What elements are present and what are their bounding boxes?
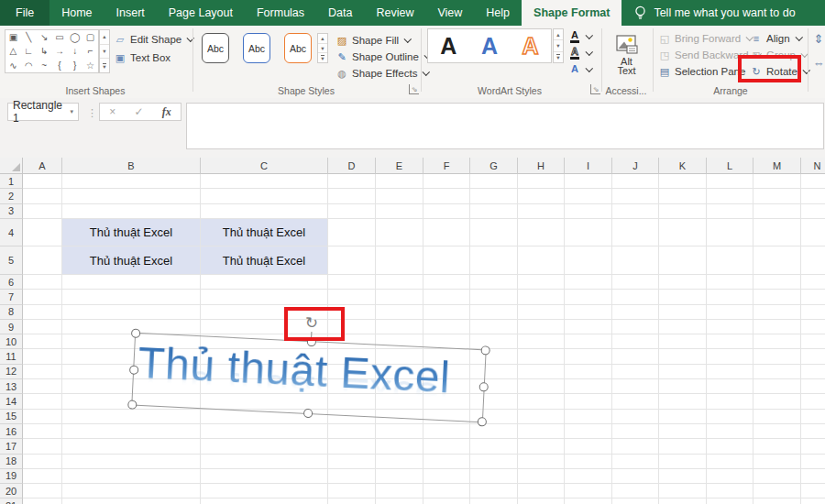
cell-K2[interactable] (659, 189, 707, 203)
menu-tab-help[interactable]: Help (474, 0, 522, 26)
cell-M20[interactable] (754, 484, 801, 499)
cell-E19[interactable] (376, 469, 424, 484)
cell-J11[interactable] (612, 349, 659, 364)
bring-forward-button[interactable]: ◱ Bring Forward (658, 31, 753, 46)
cell-D3[interactable] (328, 204, 376, 219)
cell-B4[interactable]: Thủ thuật Excel (62, 219, 201, 247)
cell-N15[interactable] (801, 410, 825, 424)
cell-C4[interactable]: Thủ thuật Excel (201, 219, 328, 247)
cell-M15[interactable] (754, 410, 801, 424)
cell-B5[interactable]: Thủ thuật Excel (62, 247, 201, 275)
cell-N2[interactable] (801, 189, 825, 203)
cell-G9[interactable] (470, 320, 518, 334)
shape-down-arrow-icon[interactable]: ↓ (67, 44, 82, 58)
cell-H17[interactable] (518, 439, 565, 454)
cell-L10[interactable] (707, 334, 754, 349)
cell-L12[interactable] (707, 365, 754, 379)
cell-N13[interactable] (801, 379, 825, 394)
cell-L16[interactable] (707, 424, 754, 439)
cell-K5[interactable] (659, 247, 707, 275)
cell-L13[interactable] (707, 379, 754, 394)
cell-C17[interactable] (201, 439, 328, 454)
cell-I7[interactable] (565, 290, 612, 304)
shape-left-brace-icon[interactable]: { (52, 59, 68, 72)
cell-C16[interactable] (201, 424, 328, 439)
cell-L6[interactable] (707, 275, 754, 290)
menu-tab-review[interactable]: Review (364, 0, 425, 26)
cell-B6[interactable] (62, 275, 201, 290)
cell-C19[interactable] (201, 469, 328, 484)
column-header-L[interactable]: L (707, 158, 754, 174)
wordart-styles-dialog-launcher-icon[interactable]: ⇘ (590, 84, 600, 94)
cell-B21[interactable] (62, 499, 201, 504)
select-all-corner[interactable] (0, 158, 23, 174)
shape-triangle-icon[interactable]: △ (6, 44, 21, 58)
shape-line-icon[interactable]: ╲ (21, 30, 37, 44)
cell-J4[interactable] (612, 219, 659, 247)
cell-I13[interactable] (565, 379, 612, 394)
row-header-9[interactable]: 9 (0, 320, 23, 334)
column-header-I[interactable]: I (565, 158, 612, 174)
cell-E6[interactable] (376, 275, 424, 290)
cell-A21[interactable] (23, 499, 62, 504)
cell-J13[interactable] (612, 379, 659, 394)
menu-tab-shape-format[interactable]: Shape Format (522, 0, 622, 26)
cell-F17[interactable] (424, 439, 470, 454)
cell-I9[interactable] (565, 320, 612, 334)
cell-N3[interactable] (801, 204, 825, 219)
cell-E18[interactable] (376, 455, 424, 469)
shape-style-thumb-3[interactable]: Abc (284, 33, 312, 63)
cell-E5[interactable] (376, 247, 424, 275)
cell-B19[interactable] (62, 469, 201, 484)
cell-E21[interactable] (376, 499, 424, 504)
cell-I17[interactable] (565, 439, 612, 454)
cell-L5[interactable] (707, 247, 754, 275)
cell-H4[interactable] (518, 219, 565, 247)
menu-tab-insert[interactable]: Insert (104, 0, 157, 26)
cell-C18[interactable] (201, 455, 328, 469)
cell-N17[interactable] (801, 439, 825, 454)
cell-B7[interactable] (62, 290, 201, 304)
cell-K20[interactable] (659, 484, 707, 499)
cell-E4[interactable] (376, 219, 424, 247)
insert-function-icon[interactable]: fx (162, 105, 171, 119)
align-button[interactable]: ≡ Align (750, 31, 801, 46)
cell-B17[interactable] (62, 439, 201, 454)
cell-J10[interactable] (612, 334, 659, 349)
menu-tab-formulas[interactable]: Formulas (245, 0, 316, 26)
cell-L1[interactable] (707, 174, 754, 189)
cell-J17[interactable] (612, 439, 659, 454)
cell-L8[interactable] (707, 305, 754, 320)
cell-K9[interactable] (659, 320, 707, 334)
menu-tab-page-layout[interactable]: Page Layout (157, 0, 245, 26)
gallery-more-icon[interactable]: ▾ (100, 59, 109, 72)
cell-L11[interactable] (707, 349, 754, 364)
row-header-8[interactable]: 8 (0, 305, 23, 320)
cell-C6[interactable] (201, 275, 328, 290)
cell-G7[interactable] (470, 290, 518, 304)
cell-I6[interactable] (565, 275, 612, 290)
cell-C3[interactable] (201, 204, 328, 219)
cell-L15[interactable] (707, 410, 754, 424)
shape-height-button[interactable]: ⇕ (812, 31, 825, 46)
shape-curve-icon[interactable]: ~ (37, 59, 52, 72)
cell-M6[interactable] (754, 275, 801, 290)
cell-H1[interactable] (518, 174, 565, 189)
cell-E3[interactable] (376, 204, 424, 219)
column-header-D[interactable]: D (328, 158, 376, 174)
cell-L4[interactable] (707, 219, 754, 247)
cell-A17[interactable] (23, 439, 62, 454)
row-header-6[interactable]: 6 (0, 275, 23, 290)
cell-F8[interactable] (424, 305, 470, 320)
wordart-down-icon[interactable]: ▾ (554, 40, 563, 51)
cell-C2[interactable] (201, 189, 328, 203)
cell-M4[interactable] (754, 219, 801, 247)
row-header-7[interactable]: 7 (0, 290, 23, 304)
cell-J5[interactable] (612, 247, 659, 275)
cell-M10[interactable] (754, 334, 801, 349)
cell-K15[interactable] (659, 410, 707, 424)
cell-C20[interactable] (201, 484, 328, 499)
cell-F7[interactable] (424, 290, 470, 304)
cell-A20[interactable] (23, 484, 62, 499)
cell-G16[interactable] (470, 424, 518, 439)
